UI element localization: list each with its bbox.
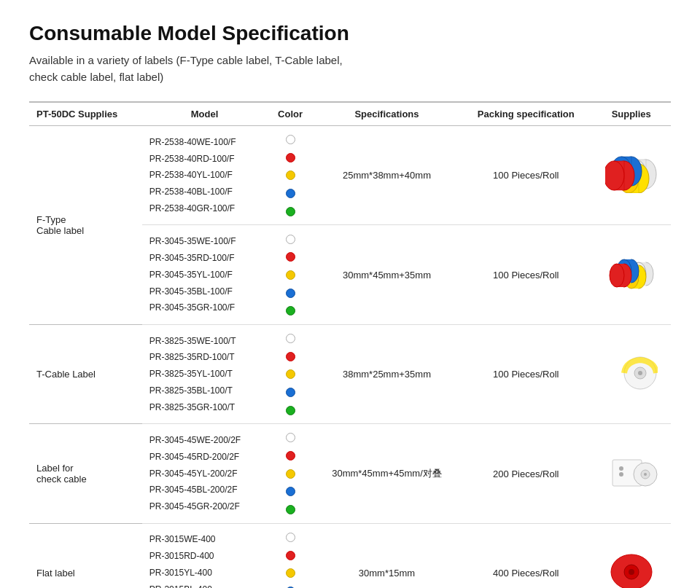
col-header-spec: Specifications xyxy=(314,102,460,126)
spec-cell: 30mm*45mm+45mm/对叠 xyxy=(314,424,460,523)
model-cell: PR-2538-40WE-100/FPR-2538-40RD-100/FPR-2… xyxy=(142,126,267,225)
color-cell xyxy=(267,523,314,588)
packing-cell: 100 Pieces/Roll xyxy=(460,126,591,225)
supplies-cell xyxy=(591,424,671,523)
supplies-cell xyxy=(591,225,671,324)
svg-point-30 xyxy=(644,473,647,476)
packing-cell: 100 Pieces/Roll xyxy=(460,225,591,324)
category-cell: F-TypeCable label xyxy=(29,126,142,325)
model-cell: PR-3015WE-400PR-3015RD-400PR-3015YL-400P… xyxy=(142,523,267,588)
model-cell: PR-3045-35WE-100/FPR-3045-35RD-100/FPR-3… xyxy=(142,225,267,324)
svg-point-23 xyxy=(610,264,624,287)
spec-cell: 25mm*38mm+40mm xyxy=(314,126,460,225)
table-header-row: PT-50DC Supplies Model Color Specificati… xyxy=(29,102,671,126)
svg-point-26 xyxy=(638,371,642,375)
color-cell xyxy=(267,225,314,324)
page-title: Consumable Model Specification xyxy=(29,22,671,45)
svg-point-32 xyxy=(619,472,623,477)
col-header-supplies: Supplies xyxy=(591,102,671,126)
svg-point-31 xyxy=(619,466,623,471)
model-cell: PR-3825-35WE-100/TPR-3825-35RD-100/TPR-3… xyxy=(142,324,267,423)
packing-cell: 400 Pieces/Roll xyxy=(460,523,591,588)
category-cell: Label forcheck cable xyxy=(29,424,142,523)
supplies-cell xyxy=(591,523,671,588)
packing-cell: 100 Pieces/Roll xyxy=(460,324,591,423)
category-cell: T-Cable Label xyxy=(29,324,142,423)
spec-cell: 30mm*15mm xyxy=(314,523,460,588)
col-header-color: Color xyxy=(267,102,314,126)
model-cell: PR-3045-45WE-200/2FPR-3045-45RD-200/2FPR… xyxy=(142,424,267,523)
spec-table: PT-50DC Supplies Model Color Specificati… xyxy=(29,101,671,588)
svg-point-35 xyxy=(629,569,634,575)
col-header-model: Model xyxy=(142,102,267,126)
packing-cell: 200 Pieces/Roll xyxy=(460,424,591,523)
supplies-cell xyxy=(591,324,671,423)
supplies-cell xyxy=(591,126,671,225)
color-cell xyxy=(267,324,314,423)
svg-point-11 xyxy=(605,161,624,190)
subtitle: Available in a variety of labels (F-Type… xyxy=(29,52,671,85)
spec-cell: 30mm*45mm+35mm xyxy=(314,225,460,324)
col-header-packing: Packing specification xyxy=(460,102,591,126)
color-cell xyxy=(267,424,314,523)
col-header-category: PT-50DC Supplies xyxy=(29,102,142,126)
color-cell xyxy=(267,126,314,225)
spec-cell: 38mm*25mm+35mm xyxy=(314,324,460,423)
category-cell: Flat label xyxy=(29,523,142,588)
